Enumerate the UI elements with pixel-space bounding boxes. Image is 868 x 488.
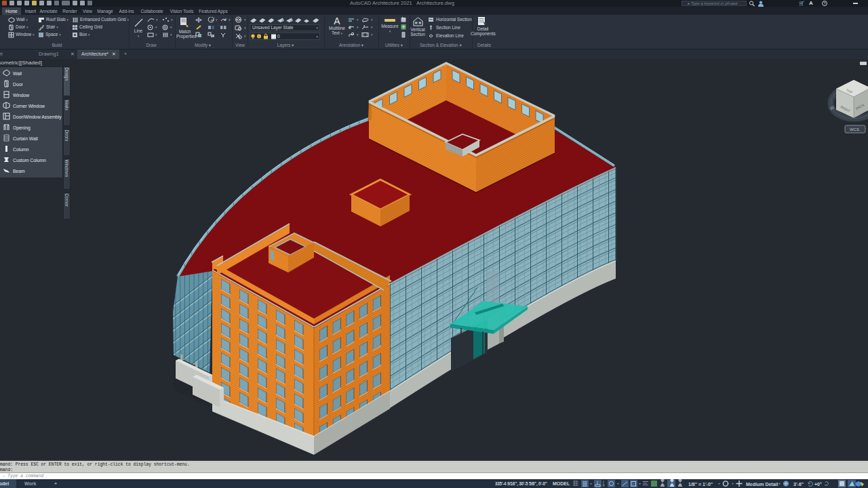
svg-text:+0°: +0° xyxy=(814,482,822,487)
svg-text:1/8" = 1'-0": 1/8" = 1'-0" xyxy=(688,482,713,487)
svg-text:3'-6": 3'-6" xyxy=(793,482,804,487)
svg-text:Medium Detail: Medium Detail xyxy=(746,482,778,487)
svg-text:WCS: WCS xyxy=(850,127,859,131)
